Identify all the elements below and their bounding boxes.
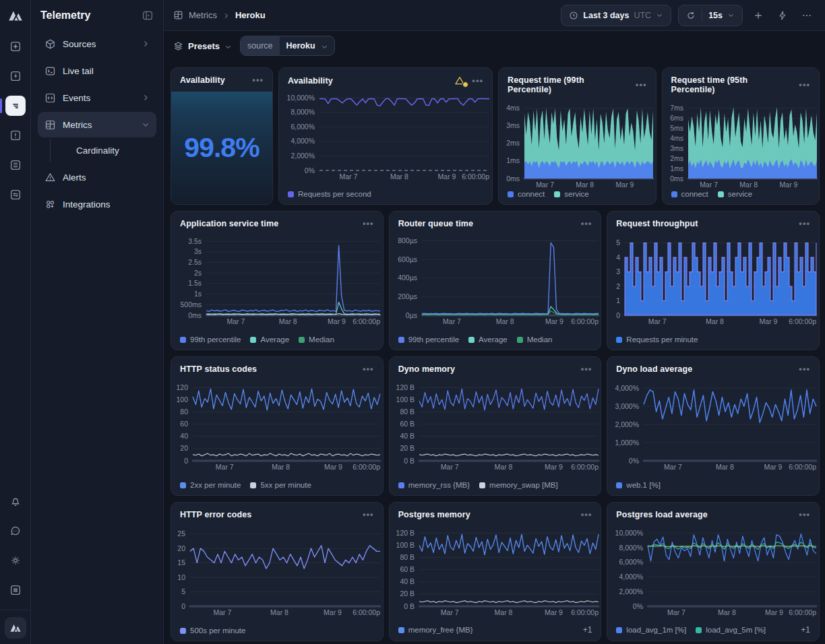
bolt-square-icon[interactable] <box>5 66 26 86</box>
card-menu-button[interactable]: ••• <box>799 221 810 226</box>
card-menu-button[interactable]: ••• <box>799 82 810 88</box>
add-button[interactable] <box>750 7 767 24</box>
sun-icon[interactable] <box>5 550 26 571</box>
chart-card-request-time-99th-percentile-: Request time (99th Percentile) ••• 4ms3m… <box>498 67 656 205</box>
legend-item[interactable]: load_avg_1m [%] <box>616 626 686 634</box>
source-filter[interactable]: source Heroku <box>240 36 335 56</box>
legend-item[interactable]: Average <box>468 335 508 344</box>
sidebar-item-events[interactable]: Events <box>38 85 156 110</box>
legend-overflow-count[interactable]: +1 <box>801 625 810 635</box>
legend-item[interactable]: web.1 [%] <box>616 481 661 489</box>
sidebar-item-live-tail[interactable]: Live tail <box>38 58 156 84</box>
card-menu-button[interactable]: ••• <box>363 221 374 226</box>
chart-card-request-throughput: Request throughput ••• 543210Mar 7Mar 8M… <box>607 211 820 350</box>
bell-icon[interactable] <box>5 491 26 511</box>
chevron-down-icon <box>142 121 150 129</box>
chart-plot[interactable]: 10,000%8,000%6,000%4,000%2,000%0%Mar 7Ma… <box>279 89 492 190</box>
chart-plot[interactable]: 2520151050Mar 7Mar 8Mar 96:00:00p <box>171 522 383 626</box>
legend-item[interactable]: Average <box>250 335 289 344</box>
legend-item[interactable]: memory_swap [MB] <box>479 481 558 489</box>
integrations-icon <box>44 199 56 210</box>
chart-plot[interactable]: 120 B100 B80 B60 B40 B20 B0 BMar 7Mar 8M… <box>390 522 601 625</box>
card-title: Postgres load average <box>616 510 708 519</box>
chart-plot[interactable]: 4ms3ms2ms1ms0msMar 7Mar 8Mar 9 <box>499 97 656 190</box>
svg-text:4,000%: 4,000% <box>619 573 644 581</box>
card-menu-button[interactable]: ••• <box>581 221 592 226</box>
legend-item[interactable]: 99th percentile <box>398 335 459 344</box>
chart-card-application-service-time: Application service time ••• 3.5s3s2.5s2… <box>171 211 384 350</box>
chart-plot[interactable]: 120 B100 B80 B60 B40 B20 B0 BMar 7Mar 8M… <box>390 377 601 481</box>
chart-plot[interactable]: 543210Mar 7Mar 8Mar 96:00:00p <box>607 231 819 335</box>
chart-plot[interactable]: 3.5s3s2.5s2s1.5s1s500ms0msMar 7Mar 8Mar … <box>171 231 383 335</box>
legend-item[interactable]: memory_free {MB} <box>398 626 473 634</box>
bolt-icon[interactable] <box>774 7 791 24</box>
legend-item[interactable]: load_avg_5m [%] <box>696 626 766 634</box>
card-menu-button[interactable]: ••• <box>581 366 592 372</box>
star-square-icon[interactable] <box>5 36 26 57</box>
legend-item[interactable]: Requests per second <box>288 190 371 198</box>
card-menu-button[interactable]: ••• <box>636 82 647 88</box>
breadcrumb-section[interactable]: Metrics <box>189 10 217 20</box>
card-menu-button[interactable]: ••• <box>472 78 483 84</box>
time-range-label: Last 3 days <box>583 11 629 20</box>
card-title: Router queue time <box>398 219 473 228</box>
command-square-icon[interactable] <box>5 580 26 600</box>
legend-item[interactable]: service <box>718 190 752 198</box>
time-range-picker[interactable]: Last 3 days UTC <box>561 5 671 26</box>
legend-overflow-count[interactable]: +1 <box>583 625 592 635</box>
legend-item[interactable]: memory_rss {MB} <box>398 481 470 489</box>
sidebar-item-integrations[interactable]: Integrations <box>38 191 156 217</box>
svg-text:6:00:00p: 6:00:00p <box>353 317 380 325</box>
svg-text:0%: 0% <box>633 602 643 610</box>
svg-text:Mar 8: Mar 8 <box>390 172 408 181</box>
legend-item[interactable]: 2xx per minute <box>180 481 241 489</box>
card-menu-button[interactable]: ••• <box>363 366 374 372</box>
sidebar-item-alerts[interactable]: Alerts <box>38 164 156 190</box>
chart-plot[interactable]: 800µs600µs400µs200µs0µsMar 7Mar 8Mar 96:… <box>390 231 601 335</box>
chart-plot[interactable]: 120100806040200Mar 7Mar 8Mar 96:00:00p <box>171 377 383 481</box>
legend-item[interactable]: 500s per minute <box>180 626 245 635</box>
legend-item[interactable]: Median <box>517 335 553 344</box>
legend-item[interactable]: Median <box>299 335 334 344</box>
svg-text:1.5s: 1.5s <box>188 279 202 287</box>
svg-text:120 B: 120 B <box>396 529 414 537</box>
svg-text:100: 100 <box>176 395 188 404</box>
card-menu-button[interactable]: ••• <box>799 512 810 517</box>
svg-text:0ms: 0ms <box>670 174 683 183</box>
filter-bar: Presets source Heroku <box>164 31 825 61</box>
refresh-icon[interactable] <box>686 11 696 20</box>
sidebar-item-metrics[interactable]: Metrics <box>38 112 156 137</box>
chat-icon[interactable] <box>5 521 26 541</box>
refresh-interval-control[interactable]: 15s <box>678 5 743 26</box>
svg-text:Mar 8: Mar 8 <box>706 317 724 325</box>
legend-item[interactable]: connect <box>671 190 708 198</box>
svg-text:6:00:00p: 6:00:00p <box>789 463 816 471</box>
legend-item[interactable]: 5xx per minute <box>250 481 311 489</box>
chart-plot[interactable]: 10,000%8,000%6,000%4,000%2,000%0%Mar 7Ma… <box>607 522 819 625</box>
workspace-logo-button[interactable] <box>5 617 26 639</box>
card-menu-button[interactable]: ••• <box>252 77 264 83</box>
card-menu-button[interactable]: ••• <box>581 512 592 517</box>
flow-square-icon[interactable] <box>5 185 26 205</box>
chart-plot[interactable]: 7ms6ms5ms4ms3ms2ms1ms0msMar 7Mar 8Mar 9 <box>663 97 820 190</box>
legend-item[interactable]: connect <box>508 190 545 198</box>
legend-label: connect <box>518 190 545 198</box>
collapse-sidebar-icon[interactable] <box>142 9 154 22</box>
card-menu-button[interactable]: ••• <box>799 366 810 372</box>
card-title: Request time (95th Percentile) <box>671 75 789 94</box>
alert-square-icon[interactable] <box>5 125 26 146</box>
card-menu-button[interactable]: ••• <box>363 512 374 517</box>
list-square-icon[interactable] <box>5 155 26 175</box>
legend-item[interactable]: Requests per minute <box>616 335 698 344</box>
chart-legend: 2xx per minute5xx per minute <box>171 481 383 495</box>
sidebar-item-cardinality[interactable]: Cardinality <box>50 139 156 162</box>
legend-item[interactable]: service <box>554 190 588 198</box>
legend-swatch <box>398 482 404 488</box>
alert-warning-icon[interactable] <box>454 75 466 86</box>
presets-menu[interactable]: Presets <box>173 41 232 51</box>
chart-plot[interactable]: 4,000%3,000%2,000%1,000%0%Mar 7Mar 8Mar … <box>607 377 819 481</box>
more-options-button[interactable] <box>798 7 816 24</box>
legend-item[interactable]: 99th percentile <box>180 335 241 344</box>
stream-square-icon[interactable] <box>5 96 26 116</box>
sidebar-item-sources[interactable]: Sources <box>38 31 156 57</box>
